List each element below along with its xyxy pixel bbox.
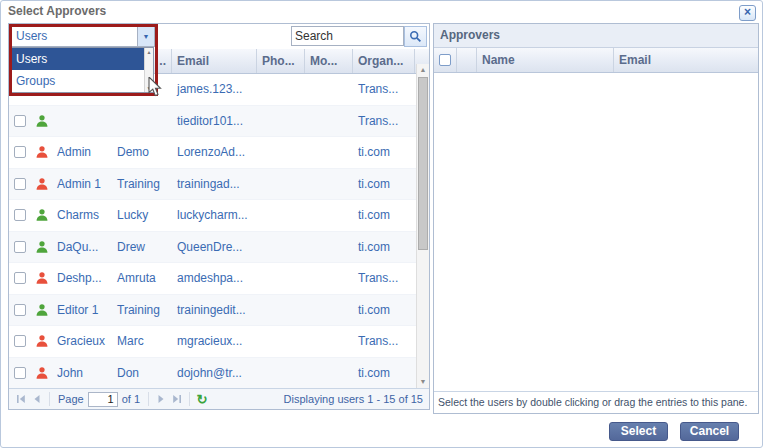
cell-phone xyxy=(257,74,305,105)
row-checkbox[interactable] xyxy=(14,209,26,221)
cell-organization: ti.com xyxy=(353,137,415,168)
scroll-up-icon[interactable]: ▲ xyxy=(417,65,429,75)
cell-email: dojohn@tr... xyxy=(172,358,257,389)
cell-text-first-name: Charms xyxy=(57,208,99,222)
col-header-icon[interactable] xyxy=(457,48,477,72)
cell-last-name: Drew xyxy=(112,232,172,263)
user-row[interactable]: CharmsLuckyluckycharm...ti.com xyxy=(9,200,429,232)
search-button[interactable] xyxy=(404,26,427,47)
row-checkbox[interactable] xyxy=(14,241,26,253)
user-row[interactable]: DaQu...DrewQueenDre...ti.com xyxy=(9,232,429,264)
dropdown-option-groups[interactable]: Groups xyxy=(12,70,144,92)
user-row[interactable]: tieditor101...Trans... xyxy=(9,106,429,138)
row-checkbox[interactable] xyxy=(14,272,26,284)
cell-text-organization: Trans... xyxy=(358,82,398,96)
cell-last-name: Don xyxy=(112,358,172,389)
cell-email: QueenDre... xyxy=(172,232,257,263)
row-checkbox[interactable] xyxy=(14,178,26,190)
cell-text-first-name: Gracieux xyxy=(57,334,105,348)
vertical-scrollbar[interactable]: ▲ ▼ xyxy=(416,64,429,388)
cell-mobile xyxy=(305,232,353,263)
row-checkbox[interactable] xyxy=(14,304,26,316)
row-checkbox[interactable] xyxy=(14,335,26,347)
select-button[interactable]: Select xyxy=(609,422,668,441)
prev-page-button[interactable] xyxy=(29,391,45,407)
select-all-checkbox[interactable] xyxy=(439,54,451,66)
cell-mobile xyxy=(305,200,353,231)
user-row[interactable]: JohnDondojohn@tr...ti.com xyxy=(9,358,429,389)
scroll-down-icon[interactable]: ▼ xyxy=(417,377,429,387)
page-input[interactable] xyxy=(88,392,118,407)
cell-select-all xyxy=(9,232,31,263)
cell-organization: ti.com xyxy=(353,169,415,200)
cell-text-first-name: Editor 1 xyxy=(57,303,98,317)
dropdown-options: UsersGroups xyxy=(12,48,144,92)
cell-icon xyxy=(31,137,52,168)
user-row[interactable]: Deshp...Amrutaamdeshpa...Trans... xyxy=(9,263,429,295)
approvers-drop-area[interactable] xyxy=(434,73,758,391)
cell-icon xyxy=(31,106,52,137)
cell-last-name: Marc xyxy=(112,326,172,357)
first-page-button[interactable] xyxy=(13,391,29,407)
scrollbar-thumb[interactable] xyxy=(418,77,428,250)
divider xyxy=(148,392,149,406)
cell-email: luckycharm... xyxy=(172,200,257,231)
dropdown-scrollbar[interactable]: ▲ ▼ xyxy=(144,48,153,92)
cell-phone xyxy=(257,169,305,200)
user-row[interactable]: Admin 1Trainingtrainingad...ti.com xyxy=(9,169,429,201)
col-header-organization[interactable]: Organ... xyxy=(353,49,415,73)
row-checkbox[interactable] xyxy=(14,115,26,127)
cell-icon xyxy=(31,232,52,263)
first-page-icon xyxy=(16,394,26,404)
search-input[interactable] xyxy=(291,26,404,46)
cell-mobile xyxy=(305,295,353,326)
cell-mobile xyxy=(305,263,353,294)
cell-last-name: Training xyxy=(112,295,172,326)
refresh-button[interactable]: ↻ xyxy=(194,391,210,407)
cell-icon xyxy=(31,200,52,231)
last-page-button[interactable] xyxy=(169,391,185,407)
cell-text-first-name: John xyxy=(57,366,83,380)
prev-page-icon xyxy=(32,394,42,404)
cell-phone xyxy=(257,200,305,231)
select-approvers-dialog: Select Approvers × Users ▼ ..EmailPho...… xyxy=(0,0,763,448)
search-icon xyxy=(409,30,422,43)
cell-select-all xyxy=(9,137,31,168)
dropdown-option-users[interactable]: Users xyxy=(12,48,144,70)
row-checkbox[interactable] xyxy=(14,367,26,379)
cell-organization: Trans... xyxy=(353,263,415,294)
user-row[interactable]: Editor 1Trainingtrainingedit...ti.com xyxy=(9,295,429,327)
cell-last-name xyxy=(112,106,172,137)
col-header-mobile[interactable]: Mo... xyxy=(305,49,353,73)
close-button[interactable]: × xyxy=(739,5,756,21)
scroll-up-icon: ▲ xyxy=(145,49,153,55)
cell-organization: Trans... xyxy=(353,326,415,357)
row-checkbox[interactable] xyxy=(14,146,26,158)
col-header-name[interactable]: Name xyxy=(477,48,614,72)
approvers-title: Approvers xyxy=(434,24,758,48)
next-page-button[interactable] xyxy=(153,391,169,407)
col-header-email[interactable]: Email xyxy=(172,49,257,73)
cancel-button[interactable]: Cancel xyxy=(680,422,739,441)
user-icon xyxy=(35,303,49,317)
cell-mobile xyxy=(305,358,353,389)
col-header-select-all[interactable] xyxy=(434,48,457,72)
user-icon xyxy=(35,240,49,254)
col-header-email[interactable]: Email xyxy=(614,48,758,72)
cell-organization: ti.com xyxy=(353,200,415,231)
cell-text-email: trainingedit... xyxy=(177,303,246,317)
last-page-icon xyxy=(172,394,182,404)
chevron-down-icon[interactable]: ▼ xyxy=(137,27,154,46)
cell-text-first-name: Admin xyxy=(57,145,91,159)
cell-phone xyxy=(257,358,305,389)
user-icon xyxy=(35,145,49,159)
drop-hint: Select the users by double clicking or d… xyxy=(434,391,758,413)
type-dropdown[interactable]: Users ▼ xyxy=(11,26,155,47)
cell-text-email: luckycharm... xyxy=(177,208,248,222)
user-row[interactable]: GracieuxMarcmgracieux...Trans... xyxy=(9,326,429,358)
cell-text-email: dojohn@tr... xyxy=(177,366,242,380)
cell-text-organization: Trans... xyxy=(358,114,398,128)
user-row[interactable]: AdminDemoLorenzoAd...ti.com xyxy=(9,137,429,169)
col-header-phone[interactable]: Pho... xyxy=(257,49,305,73)
cell-email: trainingad... xyxy=(172,169,257,200)
